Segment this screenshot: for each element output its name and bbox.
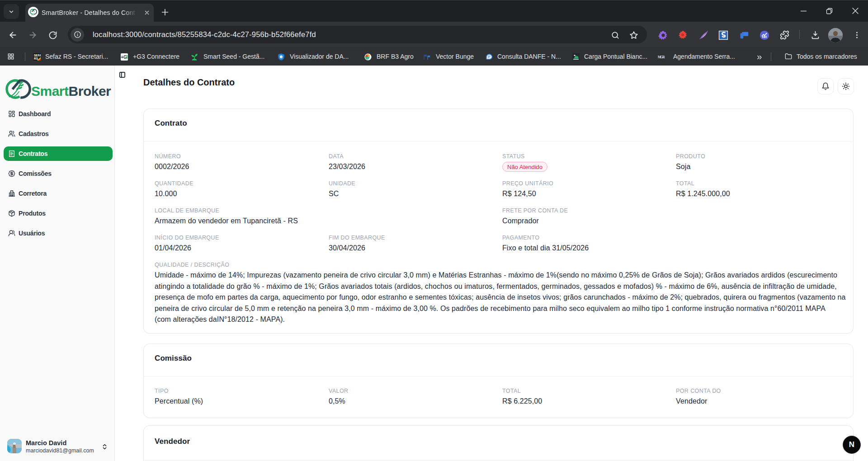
svg-text:Smart: Smart [31,14,34,16]
svg-text:3: 3 [126,55,128,60]
svg-text:MGR: MGR [658,55,665,59]
svg-text:SEFA: SEFA [34,54,41,57]
svg-text:RS: RS [34,57,38,60]
